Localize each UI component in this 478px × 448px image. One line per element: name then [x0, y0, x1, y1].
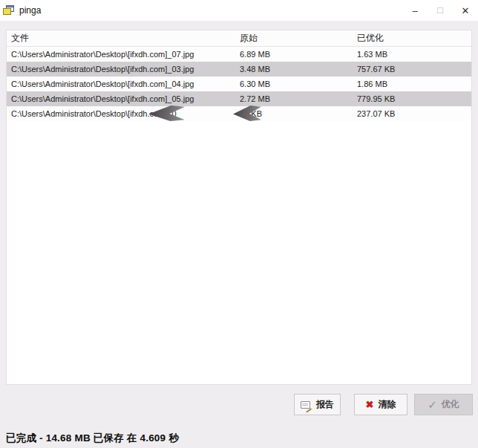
close-icon[interactable]: ✕ — [453, 0, 478, 21]
file-list: 文件 原始 已优化 C:\Users\Administrator\Desktop… — [6, 30, 472, 385]
checkmark-icon: ✓ — [428, 399, 437, 410]
window-controls: – ☐ ✕ — [402, 0, 478, 21]
optimize-button: ✓ 优化 — [414, 394, 473, 415]
report-button[interactable]: 报告 — [294, 394, 341, 415]
file-path: C:\Users\Administrator\Desktop\[ifxdh.co… — [7, 50, 240, 59]
optimized-size: 1.86 MB — [357, 79, 471, 88]
maximize-icon[interactable]: ☐ — [428, 0, 453, 21]
pinga-window: { "window": { "title": "pinga", "control… — [0, 0, 478, 448]
file-path: C:\Users\Administrator\Desktop\[ifxdh.co… — [7, 109, 240, 118]
table-row[interactable]: C:\Users\Administrator\Desktop\[ifxdh.co… — [7, 47, 471, 62]
original-size: 6.30 MB — [240, 79, 357, 88]
column-header-original[interactable]: 原始 — [240, 32, 357, 45]
table-row[interactable]: C:\Users\Administrator\Desktop\[ifxdh.co… — [7, 106, 471, 121]
table-row[interactable]: C:\Users\Administrator\Desktop\[ifxdh.co… — [7, 62, 471, 77]
table-header: 文件 原始 已优化 — [7, 30, 471, 47]
minimize-icon[interactable]: – — [402, 0, 428, 21]
optimized-size: 1.63 MB — [357, 50, 471, 59]
optimized-size: 757.67 KB — [357, 65, 471, 74]
window-title: pinga — [19, 5, 41, 16]
clear-x-icon: ✖ — [366, 400, 374, 409]
original-size: 2.72 MB — [240, 94, 357, 103]
title-bar[interactable]: pinga – ☐ ✕ — [0, 0, 478, 21]
app-icon — [3, 5, 14, 16]
status-text: 已完成 - 14.68 MB 已保存 在 4.609 秒 — [6, 432, 179, 445]
optimized-size: 779.95 KB — [357, 94, 471, 103]
original-size: 32 KB — [240, 109, 357, 118]
report-button-label: 报告 — [316, 398, 334, 411]
optimized-size: 237.07 KB — [357, 109, 471, 118]
original-size: 6.89 MB — [240, 50, 357, 59]
column-header-file[interactable]: 文件 — [7, 32, 240, 45]
original-size: 3.48 MB — [240, 65, 357, 74]
clear-button-label: 清除 — [378, 398, 396, 411]
file-path: C:\Users\Administrator\Desktop\[ifxdh.co… — [7, 65, 240, 74]
optimize-button-label: 优化 — [442, 398, 459, 411]
status-bar: 已完成 - 14.68 MB 已保存 在 4.609 秒 — [0, 429, 478, 448]
clear-button[interactable]: ✖ 清除 — [354, 394, 407, 415]
file-path: C:\Users\Administrator\Desktop\[ifxdh.co… — [7, 94, 240, 103]
report-icon — [301, 400, 312, 409]
column-header-optimized[interactable]: 已优化 — [357, 32, 471, 45]
table-row[interactable]: C:\Users\Administrator\Desktop\[ifxdh.co… — [7, 77, 471, 91]
file-path: C:\Users\Administrator\Desktop\[ifxdh.co… — [7, 79, 240, 88]
table-row[interactable]: C:\Users\Administrator\Desktop\[ifxdh.co… — [7, 91, 471, 106]
